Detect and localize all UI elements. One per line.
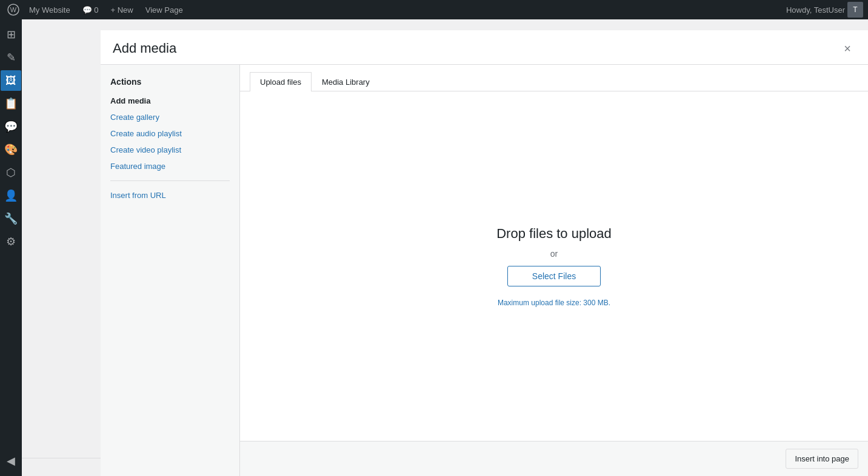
drop-zone: Drop files to upload or Select Files Max… — [496, 226, 612, 307]
sidebar-item-create-video-playlist[interactable]: Create video playlist — [101, 142, 239, 158]
insert-into-page-button[interactable]: Insert into page — [786, 449, 858, 469]
plugins-icon[interactable]: ⬡ — [1, 162, 21, 183]
modal-content-area: Upload files Media Library Drop files to… — [240, 65, 868, 476]
tab-media-library[interactable]: Media Library — [312, 72, 380, 91]
close-button[interactable]: × — [839, 40, 856, 57]
pages-icon[interactable]: 📋 — [1, 93, 21, 114]
sidebar-item-insert-from-url[interactable]: Insert from URL — [101, 187, 239, 203]
add-media-modal: Add media × Actions Add media Create gal… — [101, 30, 868, 476]
settings-icon[interactable]: ⚙ — [1, 231, 21, 252]
comments-link[interactable]: 💬 0 — [78, 0, 104, 19]
my-website-link[interactable]: My Website — [24, 0, 75, 19]
tools-icon[interactable]: 🔧 — [1, 208, 21, 229]
sidebar-item-create-audio-playlist[interactable]: Create audio playlist — [101, 125, 239, 142]
sidebar-divider — [110, 180, 230, 181]
posts-icon[interactable]: ✎ — [1, 47, 21, 68]
actions-heading: Actions — [101, 74, 239, 93]
appearance-icon[interactable]: 🎨 — [1, 139, 21, 160]
svg-text:W: W — [10, 6, 17, 13]
wp-sidebar: ⊞ ✎ 🖼 📋 💬 🎨 ⬡ 👤 🔧 ⚙ ◀ — [0, 19, 22, 476]
dashboard-icon[interactable]: ⊞ — [1, 24, 21, 45]
max-upload-text: Maximum upload file size: 300 MB. — [498, 299, 610, 307]
media-icon[interactable]: 🖼 — [1, 70, 21, 91]
modal-header: Add media × — [101, 30, 868, 65]
main-content: Add media × Actions Add media Create gal… — [22, 19, 868, 476]
sidebar-item-create-gallery[interactable]: Create gallery — [101, 109, 239, 125]
comments-icon[interactable]: 💬 — [1, 116, 21, 137]
drop-files-text: Drop files to upload — [496, 226, 612, 242]
modal-sidebar: Actions Add media Create gallery Create … — [101, 65, 240, 476]
upload-area: Drop files to upload or Select Files Max… — [240, 91, 868, 441]
select-files-button[interactable]: Select Files — [507, 266, 601, 286]
howdy-text: Howdy, TestUser — [786, 5, 845, 15]
new-link[interactable]: + New — [106, 0, 138, 19]
modal-tabs: Upload files Media Library — [240, 65, 868, 91]
or-text: or — [550, 249, 558, 259]
admin-bar: W My Website 💬 0 + New View Page Howdy, … — [0, 0, 868, 19]
modal-footer: Insert into page — [240, 441, 868, 476]
wp-logo-icon[interactable]: W — [5, 0, 22, 19]
sidebar-item-featured-image[interactable]: Featured image — [101, 158, 239, 174]
tab-upload-files[interactable]: Upload files — [250, 72, 312, 91]
modal-body: Actions Add media Create gallery Create … — [101, 65, 868, 476]
sidebar-item-add-media[interactable]: Add media — [101, 93, 239, 109]
collapse-icon[interactable]: ◀ — [1, 451, 21, 471]
avatar[interactable]: T — [847, 2, 863, 18]
users-icon[interactable]: 👤 — [1, 185, 21, 206]
admin-bar-right: Howdy, TestUser T — [786, 2, 863, 18]
modal-title: Add media — [113, 41, 176, 56]
view-page-link[interactable]: View Page — [141, 0, 188, 19]
